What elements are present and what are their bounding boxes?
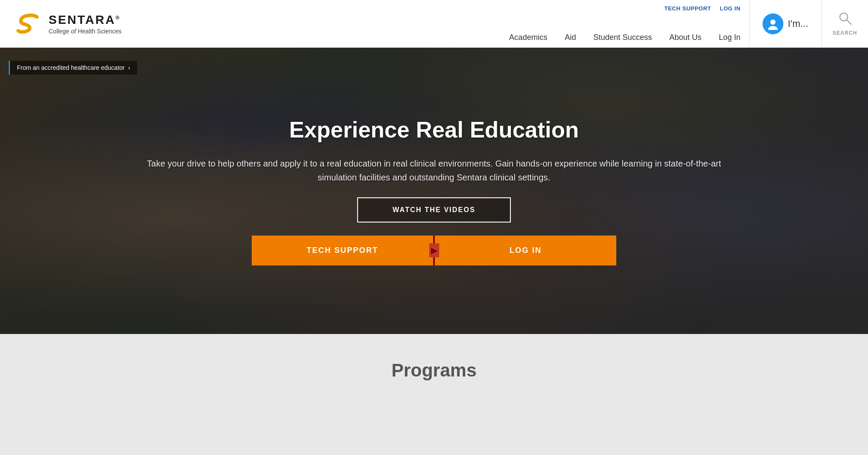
avatar-icon [763,13,783,34]
search-button[interactable]: SEARCH [822,0,868,47]
logo[interactable]: SENTARA® College of Health Sciences [13,12,122,36]
logo-registered: ® [115,14,121,20]
logo-subtitle: College of Health Sciences [49,28,122,35]
watch-videos-button[interactable]: WATCH THE VIDEOS [357,197,511,223]
hero-description: Take your drive to help others and apply… [130,157,738,184]
hero-cta-buttons: TECH SUPPORT LOG IN [252,236,616,265]
nav-academics[interactable]: Academics [509,33,547,42]
logo-name: SENTARA® [49,13,122,27]
logo-name-text: SENTARA [49,13,115,26]
logo-text: SENTARA® College of Health Sciences [49,13,122,35]
search-icon [838,11,852,28]
hero-section: From an accredited healthcare educator ›… [0,48,868,334]
nav-about-us[interactable]: About Us [669,33,701,42]
main-navigation: TECH SUPPORT LOG IN Academics Aid Studen… [135,0,749,47]
search-label: SEARCH [832,30,857,36]
top-nav-tech-support[interactable]: TECH SUPPORT [664,5,711,12]
nav-aid[interactable]: Aid [565,33,576,42]
nav-log-in[interactable]: Log In [719,33,740,42]
logo-area: SENTARA® College of Health Sciences [0,0,135,47]
svg-line-4 [847,20,851,24]
top-navigation: TECH SUPPORT LOG IN [152,5,740,12]
programs-section: Programs [0,334,868,455]
nav-student-success[interactable]: Student Success [593,33,652,42]
svg-point-1 [770,20,776,25]
breadcrumb-arrow-icon: › [128,64,130,71]
hero-tech-support-button[interactable]: TECH SUPPORT [252,236,433,265]
site-header: SENTARA® College of Health Sciences TECH… [0,0,868,48]
primary-navigation: Academics Aid Student Success About Us L… [152,33,740,42]
im-dropdown[interactable]: I'm... [750,0,822,47]
programs-title: Programs [17,360,851,381]
svg-point-2 [768,26,778,30]
top-nav-log-in[interactable]: LOG IN [720,5,741,12]
hero-content: Experience Real Education Take your driv… [0,48,868,334]
im-label: I'm... [788,18,808,29]
hero-breadcrumb[interactable]: From an accredited healthcare educator › [9,61,137,75]
user-icon [767,18,779,30]
button-divider [433,236,435,265]
sentara-logo-icon [13,12,43,36]
hero-title: Experience Real Education [289,116,579,143]
hero-login-button[interactable]: LOG IN [435,236,616,265]
breadcrumb-text: From an accredited healthcare educator [17,64,125,71]
header-actions: I'm... SEARCH [749,0,868,47]
